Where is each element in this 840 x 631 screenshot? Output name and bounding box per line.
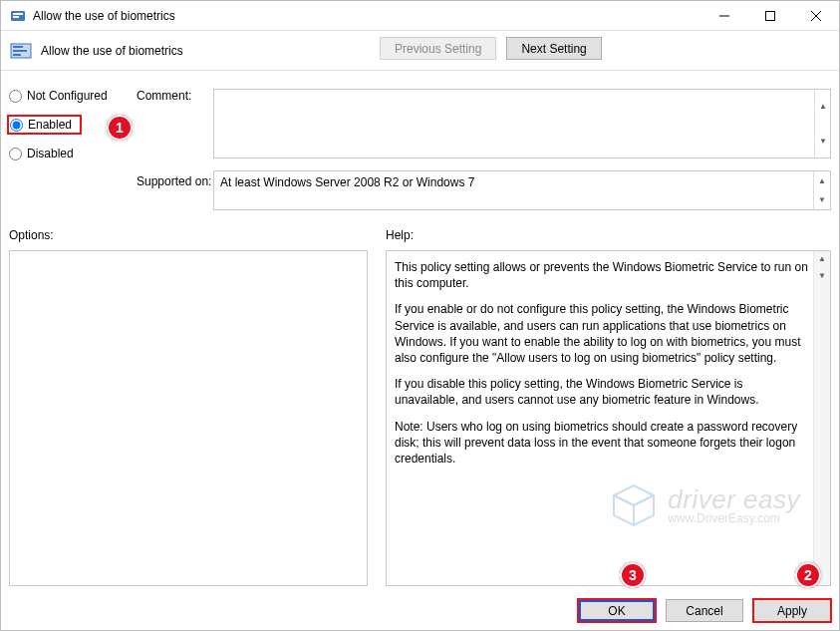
chevron-down-icon[interactable]: ▼ bbox=[815, 124, 831, 158]
next-setting-button[interactable]: Next Setting bbox=[506, 37, 601, 60]
svg-rect-10 bbox=[13, 54, 21, 56]
supported-on-text: At least Windows Server 2008 R2 or Windo… bbox=[220, 175, 824, 189]
ok-button[interactable]: OK bbox=[578, 599, 656, 622]
maximize-button[interactable] bbox=[747, 1, 793, 31]
watermark-url: www.DriverEasy.com bbox=[668, 512, 800, 524]
policy-icon bbox=[9, 39, 33, 63]
minimize-button[interactable] bbox=[701, 1, 747, 31]
chevron-up-icon[interactable]: ▲ bbox=[814, 171, 830, 190]
help-text: If you disable this policy setting, the … bbox=[395, 376, 808, 408]
help-text: Note: Users who log on using biometrics … bbox=[395, 419, 808, 468]
policy-name: Allow the use of biometrics bbox=[41, 44, 183, 58]
help-label: Help: bbox=[386, 228, 414, 242]
svg-marker-12 bbox=[614, 495, 634, 525]
annotation-badge-2: 2 bbox=[795, 562, 821, 588]
supported-spinner[interactable]: ▲▼ bbox=[813, 171, 830, 209]
watermark-brand: driver easy bbox=[668, 486, 800, 512]
app-icon bbox=[9, 7, 27, 25]
help-scrollbar[interactable]: ▲ ▼ bbox=[813, 251, 830, 585]
supported-on-box: At least Windows Server 2008 R2 or Windo… bbox=[213, 170, 831, 210]
svg-rect-8 bbox=[13, 46, 23, 48]
annotation-highlight-enabled: Enabled bbox=[7, 115, 82, 135]
apply-button[interactable]: Apply bbox=[753, 599, 831, 622]
chevron-down-icon[interactable]: ▼ bbox=[814, 190, 830, 209]
comment-textarea[interactable] bbox=[213, 89, 831, 158]
svg-rect-9 bbox=[13, 50, 27, 52]
chevron-up-icon[interactable]: ▲ bbox=[815, 89, 831, 124]
options-label: Options: bbox=[9, 228, 54, 242]
scroll-up-icon[interactable]: ▲ bbox=[814, 251, 830, 268]
options-panel bbox=[9, 250, 368, 586]
gpedit-policy-dialog: Allow the use of biometrics Allow the us… bbox=[0, 0, 840, 631]
supported-on-label: Supported on: bbox=[137, 174, 211, 188]
help-text: If you enable or do not configure this p… bbox=[395, 301, 808, 366]
radio-not-configured-input[interactable] bbox=[9, 90, 22, 103]
help-panel: This policy setting allows or prevents t… bbox=[386, 250, 831, 586]
close-button[interactable] bbox=[793, 1, 839, 31]
annotation-badge-3: 3 bbox=[620, 562, 646, 588]
radio-enabled[interactable]: Enabled bbox=[10, 118, 72, 132]
comment-spinner[interactable]: ▲▼ bbox=[814, 89, 831, 158]
comment-label: Comment: bbox=[137, 89, 191, 103]
svg-marker-11 bbox=[614, 485, 654, 505]
radio-label: Enabled bbox=[28, 118, 72, 132]
radio-disabled[interactable]: Disabled bbox=[9, 147, 129, 160]
cube-icon bbox=[610, 481, 658, 529]
svg-marker-13 bbox=[634, 495, 654, 525]
watermark: driver easy www.DriverEasy.com bbox=[610, 481, 800, 529]
titlebar: Allow the use of biometrics bbox=[1, 1, 839, 31]
radio-enabled-input[interactable] bbox=[10, 119, 23, 132]
cancel-button[interactable]: Cancel bbox=[666, 599, 743, 622]
svg-rect-2 bbox=[13, 16, 19, 18]
radio-disabled-input[interactable] bbox=[9, 148, 22, 160]
previous-setting-button: Previous Setting bbox=[380, 37, 496, 60]
radio-not-configured[interactable]: Not Configured bbox=[9, 89, 129, 103]
radio-label: Disabled bbox=[27, 147, 74, 160]
annotation-badge-1: 1 bbox=[107, 115, 133, 141]
scroll-down-icon[interactable]: ▼ bbox=[814, 268, 830, 285]
window-title: Allow the use of biometrics bbox=[33, 9, 701, 23]
svg-rect-1 bbox=[13, 13, 23, 15]
help-text: This policy setting allows or prevents t… bbox=[395, 259, 808, 291]
svg-rect-4 bbox=[766, 12, 775, 21]
radio-label: Not Configured bbox=[27, 89, 108, 103]
